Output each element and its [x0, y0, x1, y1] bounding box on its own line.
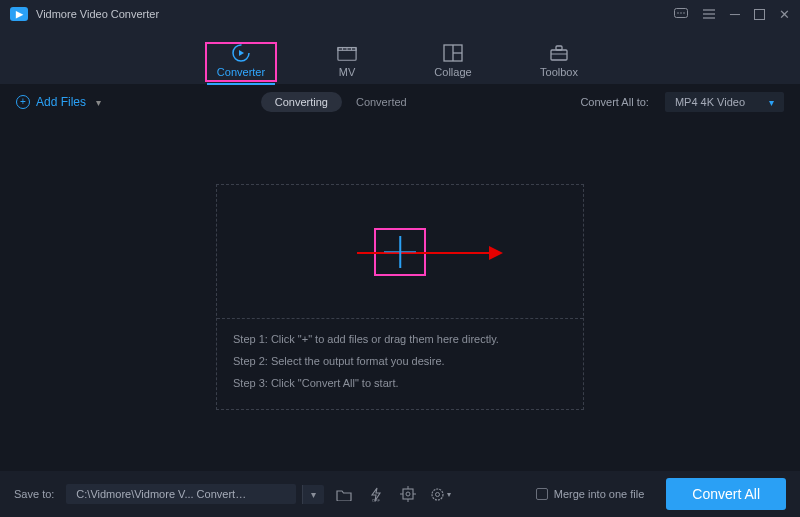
svg-marker-9 — [239, 50, 244, 56]
merge-label: Merge into one file — [554, 488, 645, 500]
output-format-value: MP4 4K Video — [675, 96, 745, 108]
chevron-down-icon: ▾ — [96, 97, 101, 108]
high-speed-icon[interactable] — [396, 483, 420, 505]
mv-icon — [337, 44, 357, 62]
segment-converting[interactable]: Converting — [261, 92, 342, 112]
step-1-text: Step 1: Click "+" to add files or drag t… — [233, 333, 567, 345]
svg-point-28 — [406, 492, 410, 496]
drop-zone[interactable]: Step 1: Click "+" to add files or drag t… — [216, 184, 584, 410]
svg-rect-7 — [755, 9, 765, 19]
drop-zone-top — [217, 185, 583, 319]
save-path-chevron[interactable]: ▾ — [302, 485, 324, 504]
tab-toolbox-label: Toolbox — [540, 66, 578, 78]
save-path-select[interactable]: C:\Vidmore\Vidmore V... Converter\Conver… — [66, 484, 296, 504]
plus-circle-icon: + — [16, 95, 30, 109]
step-3-text: Step 3: Click "Convert All" to start. — [233, 377, 567, 389]
merge-checkbox[interactable]: Merge into one file — [536, 488, 645, 500]
svg-point-3 — [683, 12, 685, 14]
svg-point-2 — [680, 12, 682, 14]
converting-converted-segment: Converting Converted — [261, 92, 421, 112]
feedback-icon[interactable] — [674, 8, 688, 20]
close-icon[interactable]: ✕ — [779, 8, 790, 21]
instructions: Step 1: Click "+" to add files or drag t… — [217, 319, 583, 409]
chevron-down-icon: ▾ — [447, 490, 451, 499]
add-files-plus-button[interactable] — [374, 228, 426, 276]
maximize-icon[interactable] — [754, 9, 765, 20]
tab-converter[interactable]: Converter — [211, 44, 271, 84]
hardware-accel-icon[interactable]: OFF — [364, 483, 388, 505]
app-logo-icon: ▶ — [10, 7, 28, 21]
convert-all-to-label: Convert All to: — [580, 96, 648, 108]
settings-gear-icon[interactable]: ▾ — [428, 483, 452, 505]
menu-icon[interactable] — [702, 8, 716, 20]
svg-point-29 — [432, 489, 443, 500]
add-files-label: Add Files — [36, 95, 86, 109]
title-bar: ▶ Vidmore Video Converter ─ ✕ — [0, 0, 800, 28]
tab-mv-label: MV — [339, 66, 356, 78]
svg-rect-18 — [551, 50, 567, 60]
checkbox-icon — [536, 488, 548, 500]
tab-converter-label: Converter — [217, 66, 265, 78]
svg-point-30 — [435, 492, 439, 496]
tab-collage-label: Collage — [434, 66, 471, 78]
svg-rect-23 — [403, 489, 413, 499]
open-folder-icon[interactable] — [332, 483, 356, 505]
bottom-bar: Save to: C:\Vidmore\Vidmore V... Convert… — [0, 471, 800, 517]
tab-collage[interactable]: Collage — [423, 44, 483, 84]
save-to-label: Save to: — [14, 488, 54, 500]
chevron-down-icon: ▾ — [769, 97, 774, 108]
save-path-value: C:\Vidmore\Vidmore V... Converter\Conver… — [76, 488, 246, 500]
svg-point-1 — [677, 12, 679, 14]
convert-all-button[interactable]: Convert All — [666, 478, 786, 510]
converter-icon — [231, 44, 251, 62]
add-files-button[interactable]: + Add Files ▾ — [16, 95, 101, 109]
svg-rect-19 — [556, 46, 562, 50]
output-format-select[interactable]: MP4 4K Video ▾ — [665, 92, 784, 112]
tab-toolbox[interactable]: Toolbox — [529, 44, 589, 84]
minimize-icon[interactable]: ─ — [730, 7, 740, 21]
main-tabstrip: Converter MV Collage Toolbox — [0, 28, 800, 84]
segment-converted[interactable]: Converted — [342, 92, 421, 112]
step-2-text: Step 2: Select the output format you des… — [233, 355, 567, 367]
window-controls: ─ ✕ — [674, 7, 790, 21]
main-area: Step 1: Click "+" to add files or drag t… — [0, 120, 800, 471]
sub-bar: + Add Files ▾ Converting Converted Conve… — [0, 84, 800, 120]
toolbox-icon — [549, 44, 569, 62]
tab-mv[interactable]: MV — [317, 44, 377, 84]
app-title: Vidmore Video Converter — [36, 8, 159, 20]
collage-icon — [443, 44, 463, 62]
plus-icon — [382, 234, 418, 270]
svg-text:OFF: OFF — [372, 498, 381, 502]
